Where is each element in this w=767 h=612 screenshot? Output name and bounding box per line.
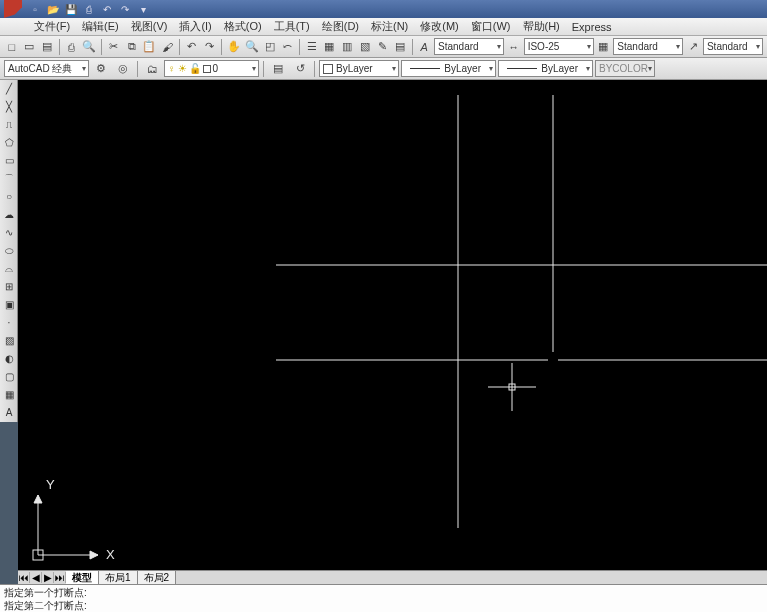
workspace-settings-icon[interactable]: ⚙ xyxy=(91,60,111,78)
polygon-icon[interactable]: ⬠ xyxy=(0,134,18,152)
pan-icon[interactable]: ✋ xyxy=(226,38,242,56)
designcenter-icon[interactable]: ▦ xyxy=(321,38,337,56)
menu-window[interactable]: 窗口(W) xyxy=(465,17,517,36)
copy-icon[interactable]: ⧉ xyxy=(124,38,140,56)
linetype-dropdown[interactable]: ByLayer xyxy=(401,60,496,77)
separator xyxy=(314,61,315,77)
table-icon[interactable]: ▦ xyxy=(0,386,18,404)
layer-dropdown[interactable]: ♀ ☀ 🔓 0 xyxy=(164,60,259,77)
color-label: ByLayer xyxy=(336,63,373,74)
menu-format[interactable]: 格式(O) xyxy=(218,17,268,36)
drawing-canvas[interactable]: Y X xyxy=(18,80,767,570)
qat-redo-icon[interactable]: ↷ xyxy=(117,2,133,16)
make-block-icon[interactable]: ▣ xyxy=(0,296,18,314)
separator xyxy=(299,39,300,55)
menu-modify[interactable]: 修改(M) xyxy=(414,17,465,36)
rectangle-icon[interactable]: ▭ xyxy=(0,152,18,170)
qat-print-icon[interactable]: ⎙ xyxy=(81,2,97,16)
dim-style-icon[interactable]: ↔ xyxy=(506,38,522,56)
text-style-dropdown[interactable]: Standard xyxy=(434,38,504,55)
tab-last-icon[interactable]: ⏭ xyxy=(54,572,66,583)
mleader-style-icon[interactable]: ↗ xyxy=(685,38,701,56)
ellipse-arc-icon[interactable]: ⌓ xyxy=(0,260,18,278)
new-icon[interactable]: □ xyxy=(4,38,20,56)
toolpalette-icon[interactable]: ▥ xyxy=(339,38,355,56)
qat-new-icon[interactable]: ▫ xyxy=(27,2,43,16)
app-logo[interactable] xyxy=(4,0,22,18)
workspace-save-icon[interactable]: ◎ xyxy=(113,60,133,78)
line-icon[interactable]: ╱ xyxy=(0,80,18,98)
lineweight-dropdown[interactable]: ByLayer xyxy=(498,60,593,77)
polyline-icon[interactable]: ⎍ xyxy=(0,116,18,134)
zoom-prev-icon[interactable]: ⤺ xyxy=(279,38,295,56)
menu-dimension[interactable]: 标注(N) xyxy=(365,17,414,36)
region-icon[interactable]: ▢ xyxy=(0,368,18,386)
menu-express[interactable]: Express xyxy=(566,19,618,35)
menu-insert[interactable]: 插入(I) xyxy=(173,17,217,36)
gradient-icon[interactable]: ◐ xyxy=(0,350,18,368)
table-style-dropdown[interactable]: Standard xyxy=(613,38,683,55)
layer-state-icon[interactable]: ▤ xyxy=(268,60,288,78)
redo-icon[interactable]: ↷ xyxy=(201,38,217,56)
cut-icon[interactable]: ✂ xyxy=(106,38,122,56)
svg-marker-4 xyxy=(34,495,42,503)
separator xyxy=(101,39,102,55)
qat-save-icon[interactable]: 💾 xyxy=(63,2,79,16)
calc-icon[interactable]: ▤ xyxy=(392,38,408,56)
insert-block-icon[interactable]: ⊞ xyxy=(0,278,18,296)
color-dropdown[interactable]: ByLayer xyxy=(319,60,399,77)
xline-icon[interactable]: ╳ xyxy=(0,98,18,116)
workspace-dropdown[interactable]: AutoCAD 经典 xyxy=(4,60,89,77)
properties-icon[interactable]: ☰ xyxy=(304,38,320,56)
table-style-icon[interactable]: ▦ xyxy=(596,38,612,56)
tab-prev-icon[interactable]: ◀ xyxy=(30,572,42,583)
point-icon[interactable]: · xyxy=(0,314,18,332)
ellipse-icon[interactable]: ⬭ xyxy=(0,242,18,260)
revcloud-icon[interactable]: ☁ xyxy=(0,206,18,224)
menu-file[interactable]: 文件(F) xyxy=(28,17,76,36)
mleader-style-dropdown[interactable]: Standard xyxy=(703,38,763,55)
mtext-icon[interactable]: A xyxy=(0,404,18,422)
crosshair-cursor xyxy=(488,363,536,411)
command-line[interactable]: 指定第一个打断点: 指定第二个打断点: xyxy=(0,584,767,612)
arc-icon[interactable]: ⌒ xyxy=(0,170,18,188)
plot-icon[interactable]: ⎙ xyxy=(64,38,80,56)
preview-icon[interactable]: 🔍 xyxy=(81,38,97,56)
matchprop-icon[interactable]: 🖌 xyxy=(159,38,175,56)
linetype-label: ByLayer xyxy=(444,63,481,74)
zoom-icon[interactable]: 🔍 xyxy=(244,38,260,56)
ucs-x-label: X xyxy=(106,547,115,562)
tab-layout2[interactable]: 布局2 xyxy=(138,571,177,585)
layer-sun-icon: ☀ xyxy=(178,63,187,74)
text-style-icon[interactable]: A xyxy=(416,38,432,56)
separator xyxy=(179,39,180,55)
sheetset-icon[interactable]: ▧ xyxy=(357,38,373,56)
tab-model[interactable]: 模型 xyxy=(66,571,99,585)
zoom-window-icon[interactable]: ◰ xyxy=(262,38,278,56)
menu-edit[interactable]: 编辑(E) xyxy=(76,17,125,36)
markup-icon[interactable]: ✎ xyxy=(374,38,390,56)
tab-layout1[interactable]: 布局1 xyxy=(99,571,138,585)
lineweight-label: ByLayer xyxy=(541,63,578,74)
open-icon[interactable]: ▭ xyxy=(22,38,38,56)
menu-help[interactable]: 帮助(H) xyxy=(517,17,566,36)
tab-next-icon[interactable]: ▶ xyxy=(42,572,54,583)
spline-icon[interactable]: ∿ xyxy=(0,224,18,242)
menu-tools[interactable]: 工具(T) xyxy=(268,17,316,36)
save-icon[interactable]: ▤ xyxy=(39,38,55,56)
qat-dropdown-icon[interactable]: ▾ xyxy=(135,2,151,16)
undo-icon[interactable]: ↶ xyxy=(184,38,200,56)
tab-first-icon[interactable]: ⏮ xyxy=(18,572,30,583)
menu-view[interactable]: 视图(V) xyxy=(125,17,174,36)
hatch-icon[interactable]: ▨ xyxy=(0,332,18,350)
layer-prev-icon[interactable]: ↺ xyxy=(290,60,310,78)
circle-icon[interactable]: ○ xyxy=(0,188,18,206)
draw-toolbar: ╱ ╳ ⎍ ⬠ ▭ ⌒ ○ ☁ ∿ ⬭ ⌓ ⊞ ▣ · ▨ ◐ ▢ ▦ A xyxy=(0,80,18,422)
paste-icon[interactable]: 📋 xyxy=(141,38,157,56)
qat-open-icon[interactable]: 📂 xyxy=(45,2,61,16)
menu-draw[interactable]: 绘图(D) xyxy=(316,17,365,36)
dim-style-dropdown[interactable]: ISO-25 xyxy=(524,38,594,55)
layer-props-icon[interactable]: 🗂 xyxy=(142,60,162,78)
cmd-prompt-line: 指定第二个打断点: xyxy=(4,599,763,612)
qat-undo-icon[interactable]: ↶ xyxy=(99,2,115,16)
